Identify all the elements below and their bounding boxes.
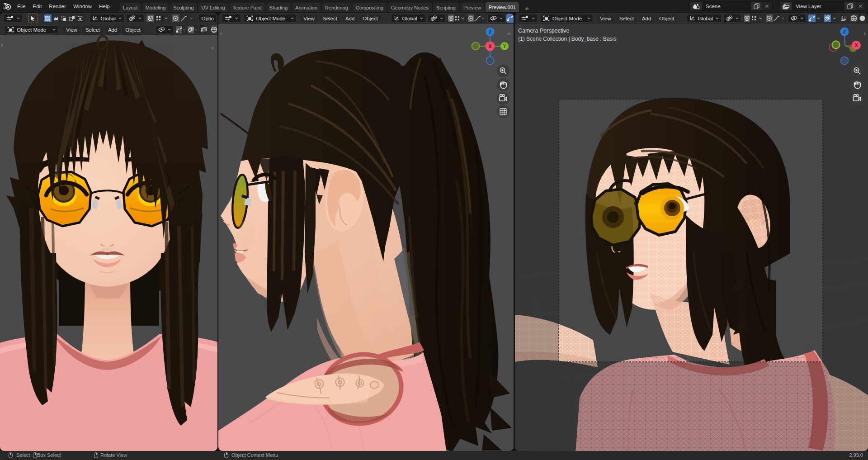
svg-text:Y: Y [503, 44, 506, 49]
svg-text:X: X [855, 43, 858, 48]
svg-text:(1) Scene Collection | Body_ba: (1) Scene Collection | Body_base : Basis [518, 36, 616, 42]
svg-text:‹: ‹ [864, 30, 866, 37]
svg-text:X: X [488, 43, 491, 49]
svg-text:›: › [220, 30, 222, 37]
svg-text:‹›: ‹› [507, 30, 511, 37]
svg-text:Z: Z [489, 29, 491, 34]
svg-text:Camera Perspective: Camera Perspective [518, 28, 569, 34]
svg-text:Z: Z [843, 29, 846, 34]
svg-text:›: › [1, 42, 3, 48]
svg-text:‹: ‹ [212, 44, 213, 51]
